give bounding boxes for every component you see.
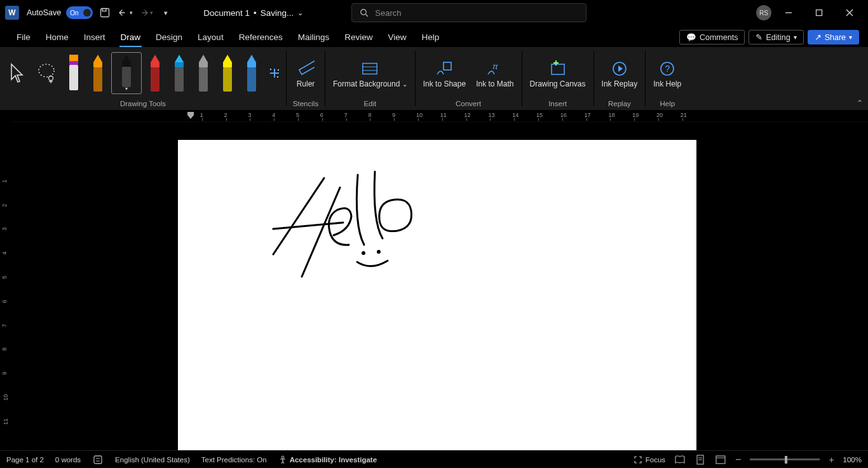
zoom-out-button[interactable]: − [735, 454, 741, 465]
group-label-insert: Insert [548, 98, 567, 109]
svg-point-32 [378, 251, 380, 253]
add-pen-button[interactable] [265, 52, 284, 94]
svg-point-36 [281, 456, 284, 458]
save-icon[interactable] [97, 4, 113, 21]
status-words[interactable]: 0 words [55, 456, 81, 464]
svg-point-9 [49, 76, 53, 81]
first-line-indent-marker[interactable] [187, 112, 194, 120]
tab-references[interactable]: References [231, 29, 290, 47]
group-label-convert: Convert [456, 98, 481, 109]
ink-to-shape-button[interactable]: Ink to Shape [419, 57, 470, 89]
print-layout-button[interactable] [695, 454, 706, 465]
svg-marker-27 [618, 65, 623, 72]
group-label-replay: Replay [608, 98, 631, 109]
tab-insert[interactable]: Insert [76, 29, 113, 47]
format-background-button[interactable]: Format Background ⌄ [329, 57, 411, 89]
status-accessibility[interactable]: Accessibility: Investigate [278, 455, 377, 464]
pen-2[interactable] [144, 52, 166, 94]
word-logo: W [5, 6, 19, 20]
redo-button[interactable]: ▾ [137, 4, 154, 21]
pen-4[interactable] [193, 52, 214, 94]
ink-replay-button[interactable]: Ink Replay [598, 57, 642, 89]
group-label-help: Help [660, 98, 675, 109]
status-zoom[interactable]: 100% [843, 456, 862, 464]
focus-mode-button[interactable]: Focus [634, 455, 665, 464]
doc-name-text: Document 1 [203, 8, 250, 18]
status-language[interactable]: English (United States) [115, 456, 190, 464]
comments-button[interactable]: 💬Comments [679, 30, 745, 45]
group-label-drawing-tools: Drawing Tools [120, 98, 166, 109]
qat-customize[interactable]: ▾ [158, 4, 174, 21]
lasso-tool[interactable] [32, 52, 60, 94]
tab-mailings[interactable]: Mailings [290, 29, 337, 47]
tab-review[interactable]: Review [337, 29, 380, 47]
ink-to-math-icon: π [486, 60, 504, 78]
zoom-slider[interactable] [750, 458, 820, 460]
format-background-icon [361, 60, 379, 78]
read-mode-button[interactable] [674, 454, 686, 465]
ink-help-button[interactable]: ? Ink Help [649, 57, 685, 89]
tab-file[interactable]: File [9, 29, 38, 47]
svg-rect-21 [444, 62, 451, 70]
undo-button[interactable]: ▾ [117, 4, 133, 21]
svg-point-8 [39, 64, 54, 77]
tab-draw[interactable]: Draw [113, 29, 149, 47]
group-label-stencils: Stencils [293, 98, 318, 109]
ruler-button[interactable]: Ruler [290, 57, 321, 89]
chevron-down-icon: ⌄ [402, 81, 407, 88]
document-title[interactable]: Document 1 • Saving... ⌄ [203, 8, 303, 18]
tab-design[interactable]: Design [148, 29, 190, 47]
svg-point-15 [278, 69, 279, 71]
spellcheck-icon[interactable] [92, 454, 104, 465]
svg-point-31 [363, 252, 365, 254]
ink-to-math-button[interactable]: π Ink to Math [472, 57, 517, 89]
search-input[interactable]: Search [351, 3, 587, 22]
pen-0[interactable] [87, 52, 109, 94]
tab-view[interactable]: View [380, 29, 414, 47]
status-predictions[interactable]: Text Predictions: On [201, 456, 267, 464]
eraser-tool[interactable] [63, 52, 85, 94]
vertical-ruler[interactable]: 1234567891011 [0, 122, 13, 450]
close-button[interactable] [836, 0, 863, 25]
svg-text:π: π [492, 62, 498, 71]
accessibility-icon [278, 455, 287, 464]
status-page[interactable]: Page 1 of 2 [6, 456, 44, 464]
document-page[interactable] [178, 140, 696, 450]
pen-1[interactable]: ▾ [111, 52, 142, 94]
svg-text:?: ? [665, 64, 670, 74]
svg-rect-23 [552, 64, 564, 74]
horizontal-ruler[interactable]: 123456789101112131415161718192021 [13, 111, 868, 122]
group-label-edit: Edit [363, 98, 376, 109]
doc-status-text: Saving... [261, 8, 294, 18]
pencil-icon: ✎ [756, 32, 763, 42]
search-icon [360, 8, 369, 17]
zoom-in-button[interactable]: + [829, 455, 834, 465]
drawing-canvas-icon [549, 60, 567, 78]
tab-home[interactable]: Home [38, 29, 76, 47]
svg-rect-33 [94, 456, 102, 464]
ink-to-shape-icon [435, 60, 453, 78]
pen-3[interactable] [168, 52, 190, 94]
svg-point-16 [277, 76, 278, 78]
document-scroll-area[interactable] [13, 122, 868, 450]
chevron-down-icon: ⌄ [297, 9, 303, 17]
pen-5[interactable] [217, 52, 238, 94]
minimize-button[interactable] [775, 0, 802, 25]
tab-help[interactable]: Help [414, 29, 447, 47]
autosave-toggle[interactable]: On [66, 6, 93, 19]
ink-help-icon: ? [658, 60, 676, 78]
select-tool[interactable] [2, 52, 30, 94]
drawing-canvas-button[interactable]: Drawing Canvas [526, 57, 590, 89]
user-avatar[interactable]: RS [756, 5, 771, 20]
maximize-button[interactable] [806, 0, 832, 25]
tab-layout[interactable]: Layout [190, 29, 231, 47]
pen-6[interactable] [241, 52, 262, 94]
focus-icon [634, 455, 642, 464]
ink-replay-icon [611, 60, 628, 78]
comment-icon: 💬 [686, 32, 696, 42]
web-layout-button[interactable] [715, 454, 726, 465]
editing-mode-button[interactable]: ✎Editing▾ [749, 30, 803, 45]
share-button[interactable]: ↗Share▾ [808, 30, 859, 45]
collapse-ribbon-button[interactable]: ⌃ [857, 99, 863, 107]
autosave-label: AutoSave [27, 8, 61, 17]
